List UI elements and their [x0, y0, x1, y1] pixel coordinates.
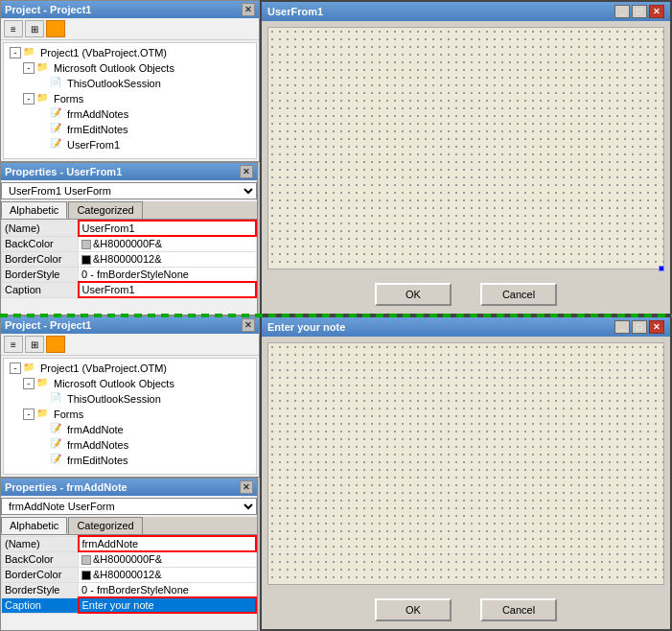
prop-caption-value-bottom[interactable]: Enter your note [79, 597, 257, 613]
prop-row-caption-bottom: Caption Enter your note [2, 597, 257, 613]
close-btn-top[interactable]: ✕ [649, 5, 664, 18]
project-panel-top-title: Project - Project1 [5, 4, 91, 15]
folder-icon-bottom: 📁 [36, 377, 52, 390]
doc-icon-frmaddnote-bottom: 📝 [50, 423, 65, 436]
project-toolbar-top: ≡ ⊞ [1, 18, 259, 40]
maximize-btn-top[interactable]: □ [632, 5, 647, 18]
tree-expand-outlook-bottom[interactable]: - [23, 378, 35, 389]
tree-item-frmaddnotes-bottom[interactable]: 📝 frmAddNotes [6, 437, 254, 453]
tree-item-forms-top[interactable]: - 📁 Forms [6, 91, 254, 106]
tree-expand-forms-top[interactable]: - [23, 93, 35, 105]
maximize-btn-bottom[interactable]: □ [632, 320, 647, 334]
prop-tab-categorized-bottom[interactable]: Categorized [68, 517, 142, 534]
properties-object-select-bottom[interactable]: frmAddNote UserForm [1, 498, 257, 515]
tree-label-project1-top: Project1 (VbaProject.OTM) [40, 47, 167, 58]
properties-titlebar-top: Properties - UserFrom1 ✕ [1, 163, 257, 180]
prop-backcolor-value-bottom[interactable]: &H8000000F& [79, 551, 257, 567]
prop-borderstyle-value-top[interactable]: 0 - fmBorderStyleNone [79, 267, 257, 282]
toolbar-orange-btn[interactable] [46, 20, 65, 37]
prop-bordercolor-value-bottom[interactable]: &H80000012& [79, 567, 257, 582]
properties-object-select-top[interactable]: UserFrom1 UserForm [1, 182, 257, 199]
userform-body-top[interactable] [267, 27, 664, 269]
tree-item-outlook-top[interactable]: - 📁 Microsoft Outlook Objects [6, 60, 254, 76]
prop-backcolor-label-top: BackColor [2, 236, 79, 251]
properties-title-top: Properties - UserFrom1 [5, 166, 122, 177]
properties-close-btn-top[interactable]: ✕ [240, 165, 253, 178]
titlebar-btns-top: _ □ ✕ [614, 5, 664, 18]
tree-label-frmeditnotes-top: frmEditNotes [67, 124, 128, 135]
minimize-btn-bottom[interactable]: _ [614, 320, 630, 334]
prop-row-bordercolor-bottom: BorderColor &H80000012& [2, 567, 257, 582]
toolbar-orange-btn-bottom[interactable] [46, 336, 65, 353]
project-panel-bottom-close-btn[interactable]: ✕ [242, 318, 255, 332]
properties-table-bottom: (Name) frmAddNote BackColor &H8000000F& … [1, 535, 257, 614]
prop-row-backcolor-top: BackColor &H8000000F& [2, 236, 257, 251]
tree-item-frmeditnotes-bottom[interactable]: 📝 frmEditNotes [6, 453, 254, 468]
doc-icon-frmeditnotes-top: 📝 [50, 123, 65, 136]
cancel-btn-bottom[interactable]: Cancel [480, 598, 557, 621]
prop-name-value-top[interactable]: UserFrom1 [79, 221, 257, 236]
section-divider [0, 314, 672, 317]
prop-row-bordercolor-top: BorderColor &H80000012& [2, 251, 257, 267]
tree-item-frmaddnotes-top[interactable]: 📝 frmAddNotes [6, 106, 254, 122]
prop-tab-alphabetic-bottom[interactable]: Alphabetic [1, 517, 67, 534]
tree-label-frmeditnotes-bottom: frmEditNotes [67, 455, 128, 466]
prop-bordercolor-value-top[interactable]: &H80000012& [79, 251, 257, 267]
ok-btn-bottom[interactable]: OK [375, 598, 452, 621]
toolbar-toggle-btn[interactable]: ⊞ [25, 20, 44, 37]
resize-handle-top [659, 266, 664, 271]
prop-caption-label-bottom: Caption [2, 597, 79, 613]
tree-item-frmaddnote-bottom[interactable]: 📝 frmAddNote [6, 422, 254, 437]
properties-panel-top: Properties - UserFrom1 ✕ UserFrom1 UserF… [0, 162, 258, 316]
doc-icon-frmaddnotes-bottom: 📝 [50, 438, 65, 452]
tree-label-frmaddnotes-bottom: frmAddNotes [67, 439, 128, 451]
properties-close-btn-bottom[interactable]: ✕ [240, 480, 253, 494]
prop-tab-alphabetic-top[interactable]: Alphabetic [1, 201, 67, 219]
toolbar-view-btn[interactable]: ≡ [4, 20, 23, 37]
prop-borderstyle-label-top: BorderStyle [2, 267, 79, 282]
prop-row-borderstyle-bottom: BorderStyle 0 - fmBorderStyleNone [2, 582, 257, 597]
tree-expand-forms-bottom[interactable]: - [23, 409, 35, 420]
tree-item-project1-top[interactable]: - 📁 Project1 (VbaProject.OTM) [6, 45, 254, 60]
tree-item-outlook-bottom[interactable]: - 📁 Microsoft Outlook Objects [6, 376, 254, 391]
folder-icon-top: 📁 [36, 61, 52, 75]
vba-icon-bottom: 📁 [23, 362, 38, 375]
properties-tabs-top: Alphabetic Categorized [1, 201, 257, 220]
properties-table-top: (Name) UserFrom1 BackColor &H8000000F& B… [1, 220, 257, 298]
tree-label-userfrom1-top: UserFrom1 [67, 139, 120, 151]
prop-borderstyle-value-bottom[interactable]: 0 - fmBorderStyleNone [79, 582, 257, 597]
tree-item-userfrom1-top[interactable]: 📝 UserFrom1 [6, 137, 254, 152]
tree-label-frmaddnotes-top: frmAddNotes [67, 108, 128, 120]
userform-window-bottom: Enter your note _ □ ✕ OK Cancel [260, 316, 672, 631]
prop-name-value-bottom[interactable]: frmAddNote [79, 536, 257, 551]
prop-caption-value-top[interactable]: UserFrom1 [79, 282, 257, 297]
tree-item-project1-bottom[interactable]: - 📁 Project1 (VbaProject.OTM) [6, 361, 254, 376]
project-panel-top-close-btn[interactable]: ✕ [242, 3, 255, 16]
minimize-btn-top[interactable]: _ [614, 5, 630, 18]
tree-label-frmaddnote-bottom: frmAddNote [67, 424, 124, 435]
prop-row-name-top: (Name) UserFrom1 [2, 221, 257, 236]
prop-backcolor-value-top[interactable]: &H8000000F& [79, 236, 257, 251]
tree-item-forms-bottom[interactable]: - 📁 Forms [6, 407, 254, 422]
prop-tab-categorized-top[interactable]: Categorized [68, 201, 142, 219]
project-tree-bottom: - 📁 Project1 (VbaProject.OTM) - 📁 Micros… [3, 358, 257, 475]
tree-item-frmeditnotes-top[interactable]: 📝 frmEditNotes [6, 122, 254, 137]
project-panel-bottom-title: Project - Project1 [5, 319, 91, 331]
tree-label-outlook-bottom: Microsoft Outlook Objects [54, 378, 174, 389]
userform-titlebar-bottom: Enter your note _ □ ✕ [262, 317, 670, 337]
tree-expand-outlook-top[interactable]: - [23, 62, 35, 74]
prop-caption-label-top: Caption [2, 282, 79, 297]
toolbar-view-btn-bottom[interactable]: ≡ [4, 336, 23, 353]
tree-label-outlook-top: Microsoft Outlook Objects [54, 62, 174, 74]
toolbar-toggle-btn-bottom[interactable]: ⊞ [25, 336, 44, 353]
tree-item-session-bottom[interactable]: 📄 ThisOutlookSession [6, 391, 254, 407]
userform-body-bottom[interactable] [267, 342, 664, 585]
prop-row-backcolor-bottom: BackColor &H8000000F& [2, 551, 257, 567]
cancel-btn-top[interactable]: Cancel [480, 283, 557, 306]
tree-expand-top[interactable]: - [10, 47, 21, 58]
tree-item-session-top[interactable]: 📄 ThisOutlookSession [6, 76, 254, 91]
userform-title-top: UserFrom1 [267, 6, 323, 17]
close-btn-bottom[interactable]: ✕ [649, 320, 664, 334]
ok-btn-top[interactable]: OK [375, 283, 452, 306]
tree-expand-bottom[interactable]: - [10, 362, 21, 374]
